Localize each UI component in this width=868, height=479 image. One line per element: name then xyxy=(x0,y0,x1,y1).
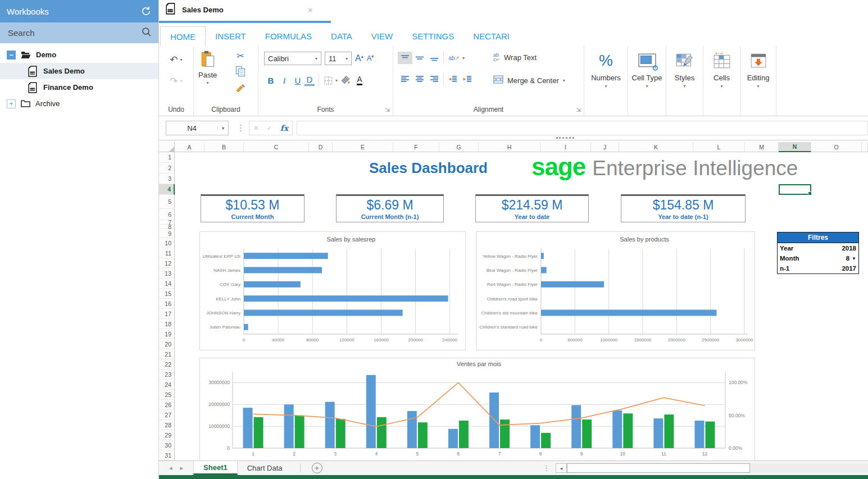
editing-button[interactable]: Editing ▾ xyxy=(740,49,776,89)
column-header-G[interactable]: G xyxy=(439,142,479,152)
formula-kebab-icon[interactable]: ⋮ xyxy=(237,123,245,133)
row-header-29[interactable]: 29 xyxy=(159,430,175,440)
align-right-icon[interactable] xyxy=(427,73,442,85)
ribbon-tab-data[interactable]: DATA xyxy=(321,26,362,46)
merge-center-caret-icon[interactable]: ▾ xyxy=(563,78,565,83)
row-header-19[interactable]: 19 xyxy=(159,329,175,339)
filter-dropdown-icon[interactable]: ▼ xyxy=(852,256,856,261)
sheet-tab-chart-data[interactable]: Chart Data xyxy=(238,461,292,475)
sales-by-salesrep-chart[interactable]: Sales by salesrep04000080000120000160000… xyxy=(199,231,466,350)
font-name-caret-icon[interactable]: ▾ xyxy=(312,56,321,61)
copy-icon[interactable] xyxy=(235,66,246,79)
tree-item-finance-demo[interactable]: XLSXFinance Demo xyxy=(0,79,158,95)
row-header-12[interactable]: 12 xyxy=(159,258,175,268)
ribbon-tab-home[interactable]: HOME xyxy=(160,26,206,46)
undo-icon[interactable]: ↶ xyxy=(170,54,178,66)
styles-button[interactable]: Styles ▾ xyxy=(666,49,703,89)
numbers-button[interactable]: % Numbers ▾ xyxy=(584,49,628,89)
format-painter-icon[interactable] xyxy=(235,84,246,96)
column-header-D[interactable]: D xyxy=(309,142,333,152)
next-sheet-icon[interactable]: ▸ xyxy=(180,464,184,472)
cut-icon[interactable]: ✂ xyxy=(237,51,244,61)
row-header-10[interactable]: 10 xyxy=(159,238,175,248)
column-header-B[interactable]: B xyxy=(204,142,244,152)
fill-handle[interactable] xyxy=(808,191,812,195)
ribbon-tab-nectari[interactable]: NECTARI xyxy=(463,26,519,46)
sheet-tab-sheet1[interactable]: Sheet1 xyxy=(193,461,238,475)
sheetbar-kebab-icon[interactable]: ⋮ xyxy=(543,464,550,472)
decrease-indent-icon[interactable] xyxy=(446,73,460,85)
column-header-J[interactable]: J xyxy=(591,142,619,152)
formula-input[interactable] xyxy=(297,121,868,135)
paste-button[interactable]: Paste ▾ xyxy=(198,51,217,85)
cell-type-button[interactable]: ⚙ Cell Type ▾ xyxy=(628,49,666,89)
ribbon-tab-insert[interactable]: INSERT xyxy=(206,26,256,46)
ribbon-tab-settings[interactable]: SETTINGS xyxy=(402,26,463,46)
shrink-font-icon[interactable]: A▾ xyxy=(367,54,374,62)
row-header-5[interactable]: 5 xyxy=(159,195,175,209)
font-name-select[interactable]: Calibri ▾ xyxy=(264,52,321,65)
name-box-caret-icon[interactable]: ▾ xyxy=(217,126,228,131)
ventes-par-mois-chart[interactable]: Ventes par mois0100000002000000030000000… xyxy=(199,358,755,460)
hscroll-track[interactable] xyxy=(750,463,868,473)
align-top-icon[interactable] xyxy=(398,52,412,64)
row-header-30[interactable]: 30 xyxy=(159,440,175,450)
close-tab-icon[interactable]: × xyxy=(308,5,313,15)
underline-button[interactable]: U xyxy=(291,76,305,85)
row-header-6[interactable]: 6 xyxy=(159,209,175,220)
select-all-corner[interactable] xyxy=(159,142,175,152)
row-header-23[interactable]: 23 xyxy=(159,369,175,380)
row-header-8[interactable]: 8 xyxy=(159,225,175,229)
row-header-28[interactable]: 28 xyxy=(159,420,175,430)
row-header-21[interactable]: 21 xyxy=(159,349,175,359)
ribbon-tab-view[interactable]: VIEW xyxy=(362,26,402,46)
row-header-11[interactable]: 11 xyxy=(159,248,175,258)
double-underline-button[interactable]: D xyxy=(305,75,315,86)
undo-dropdown-icon[interactable]: ▾ xyxy=(180,57,183,62)
cells-button[interactable]: Cells ▾ xyxy=(703,49,740,89)
tree-item-demo[interactable]: −Demo xyxy=(0,47,158,63)
row-header-1[interactable]: 1 xyxy=(159,152,175,163)
fill-color-icon[interactable] xyxy=(338,74,352,86)
row-header-16[interactable]: 16 xyxy=(159,299,175,309)
column-header-L[interactable]: L xyxy=(693,142,745,152)
row-header-22[interactable]: 22 xyxy=(159,359,175,369)
borders-icon[interactable] xyxy=(321,74,335,86)
font-size-select[interactable]: 11 ▾ xyxy=(325,52,352,65)
sales-by-products-chart[interactable]: Sales by products05000001000000150000020… xyxy=(476,231,755,350)
formula-bar-resize-handle[interactable] xyxy=(556,137,574,139)
row-header-26[interactable]: 26 xyxy=(159,400,175,410)
row-header-24[interactable]: 24 xyxy=(159,380,175,390)
grow-font-icon[interactable]: A▴ xyxy=(355,53,363,63)
sidebar-search[interactable] xyxy=(0,22,158,43)
search-input[interactable] xyxy=(7,28,142,38)
column-header-F[interactable]: F xyxy=(393,142,439,152)
row-header-3[interactable]: 3 xyxy=(159,174,175,184)
filter-row-month[interactable]: Month8▼ xyxy=(778,253,858,263)
expand-icon[interactable]: + xyxy=(7,99,16,108)
row-header-31[interactable]: 31 xyxy=(159,450,175,460)
italic-button[interactable]: I xyxy=(278,76,291,85)
column-header-C[interactable]: C xyxy=(244,142,309,152)
paste-dropdown-icon[interactable]: ▾ xyxy=(207,80,209,85)
prev-sheet-icon[interactable]: ◂ xyxy=(169,464,172,472)
collapse-icon[interactable]: − xyxy=(7,51,16,60)
insert-function-icon[interactable]: fx xyxy=(280,124,288,133)
fonts-dialog-launcher-icon[interactable]: ⇲ xyxy=(385,107,390,113)
tree-item-sales-demo[interactable]: XLSXSales Demo xyxy=(0,63,158,79)
column-header-M[interactable]: M xyxy=(745,142,779,152)
row-header-18[interactable]: 18 xyxy=(159,319,175,329)
column-header-E[interactable]: E xyxy=(333,142,393,152)
merge-center-button[interactable]: Merge & Center ▾ xyxy=(493,75,565,86)
bold-button[interactable]: B xyxy=(264,76,278,85)
row-header-17[interactable]: 17 xyxy=(159,309,175,319)
text-orientation-icon[interactable]: ab↗ xyxy=(446,52,462,64)
row-header-15[interactable]: 15 xyxy=(159,289,175,299)
row-header-27[interactable]: 27 xyxy=(159,410,175,420)
workbook-tab[interactable]: XLSX Sales Demo × xyxy=(166,3,312,17)
alignment-dialog-launcher-icon[interactable]: ⇲ xyxy=(576,107,581,113)
add-sheet-button[interactable]: + xyxy=(312,463,322,473)
row-header-25[interactable]: 25 xyxy=(159,390,175,400)
row-header-20[interactable]: 20 xyxy=(159,339,175,349)
row-header-7[interactable]: 7 xyxy=(159,220,175,225)
